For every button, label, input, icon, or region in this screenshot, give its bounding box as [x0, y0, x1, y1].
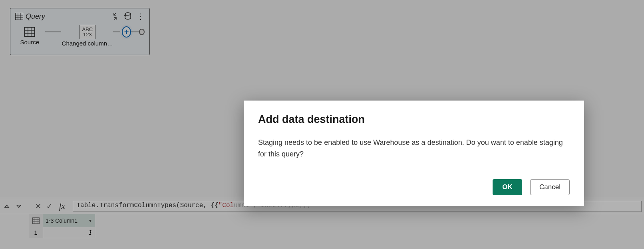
dialog-title: Add data destination — [258, 113, 570, 126]
cancel-button[interactable]: Cancel — [530, 179, 570, 195]
dialog-body: Staging needs to be enabled to use Wareh… — [258, 137, 570, 173]
dialog-button-row: OK Cancel — [258, 179, 570, 195]
add-data-destination-dialog: Add data destination Staging needs to be… — [244, 101, 584, 206]
ok-button[interactable]: OK — [493, 179, 522, 195]
